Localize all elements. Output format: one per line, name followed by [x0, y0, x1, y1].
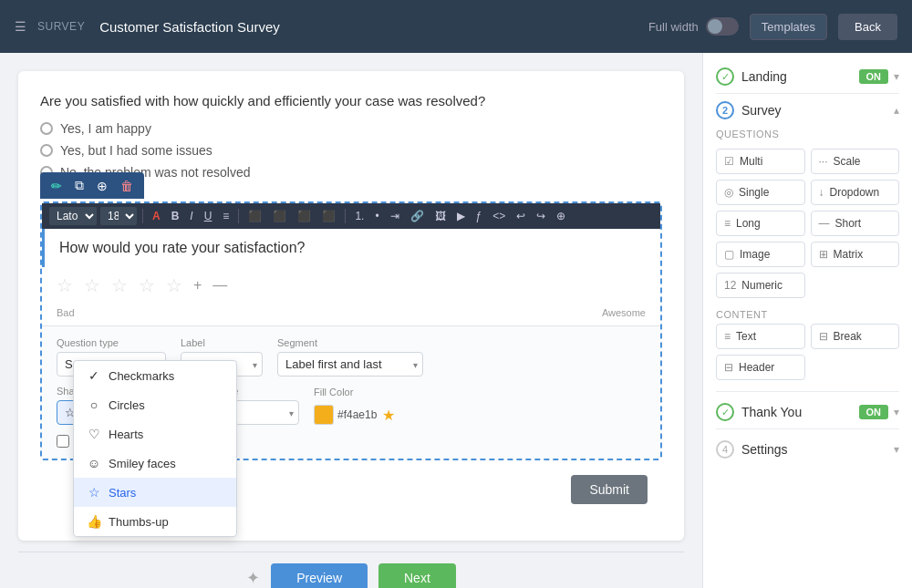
editable-question[interactable]: How would you rate your satisfaction? — [42, 229, 660, 267]
toolbar-list-btn[interactable]: ≡ — [219, 208, 233, 224]
preview-button[interactable]: Preview — [271, 563, 368, 588]
toolbar-image-btn[interactable]: 🖼 — [431, 208, 450, 224]
color-star-icon: ★ — [382, 407, 395, 424]
toolbar-ul-btn[interactable]: • — [371, 208, 382, 224]
toolbar-ol-btn[interactable]: 1. — [351, 208, 368, 224]
dropdown-item-smiley[interactable]: ☺ Smiley faces — [74, 449, 236, 478]
rp-image[interactable]: ▢ Image — [716, 242, 805, 267]
rp-short[interactable]: — Short — [811, 211, 900, 236]
rp-text[interactable]: ≡ Text — [716, 324, 805, 349]
toolbar-more-btn[interactable]: ⊕ — [553, 208, 569, 224]
survey-label: SURVEY — [37, 20, 85, 33]
toolbar-undo-btn[interactable]: ↩ — [513, 208, 529, 224]
toolbar-align-center-btn[interactable]: ⬛ — [269, 208, 290, 224]
rp-scale[interactable]: ··· Scale — [811, 149, 900, 174]
toolbar-indent-btn[interactable]: ⇥ — [387, 208, 403, 224]
next-button[interactable]: Next — [378, 563, 456, 588]
shape-dropdown: ✓ Checkmarks ○ Circles ♡ Hearts ☺ Smiley… — [73, 360, 237, 537]
skip-logic-checkbox[interactable] — [57, 435, 69, 448]
thankyou-label: Thank You — [741, 405, 802, 419]
star-remove-btn[interactable]: — — [212, 277, 227, 294]
segment-select[interactable]: Label first and last — [277, 352, 423, 377]
questions-sublabel: Questions — [703, 123, 912, 143]
toolbar-formula-btn[interactable]: ƒ — [472, 208, 486, 224]
thankyou-section: ✓ Thank You ON ▾ — [703, 396, 912, 428]
landing-chevron[interactable]: ▾ — [894, 70, 899, 83]
fullwidth-toggle[interactable] — [706, 17, 739, 36]
dropdown-item-circles[interactable]: ○ Circles — [74, 390, 236, 419]
star-add-btn[interactable]: + — [193, 277, 202, 294]
star-label-awesome: Awesome — [602, 307, 646, 318]
landing-section: ✓ Landing ON ▾ — [703, 60, 912, 93]
star-4[interactable]: ☆ — [139, 274, 155, 296]
question-type-label: Question type — [57, 337, 166, 348]
header-title: Customer Satisfaction Survey — [99, 19, 280, 35]
color-preview[interactable] — [314, 405, 334, 425]
settings-label: Settings — [741, 442, 788, 457]
edit-copy-button[interactable]: ⧉ — [71, 176, 88, 195]
star-2[interactable]: ☆ — [84, 274, 100, 296]
dropdown-item-checkmarks[interactable]: ✓ Checkmarks — [74, 361, 236, 390]
toolbar-media-btn[interactable]: ▶ — [453, 208, 469, 224]
thankyou-chevron[interactable]: ▾ — [894, 406, 899, 418]
content-sublabel: Content — [703, 304, 912, 324]
toolbar-align-justify-btn[interactable]: ⬛ — [318, 208, 339, 224]
edit-up-button[interactable]: ⊕ — [93, 177, 111, 195]
settings-number-circle: 4 — [716, 440, 734, 459]
rp-multi[interactable]: ☑ Multi — [716, 149, 805, 174]
fill-color-label: Fill Color — [314, 387, 395, 397]
survey-label: Survey — [741, 103, 782, 118]
star-5[interactable]: ☆ — [166, 274, 182, 296]
rp-header[interactable]: ⊟ Header — [716, 355, 805, 380]
edit-delete-button[interactable]: 🗑 — [117, 177, 137, 195]
landing-label: Landing — [741, 69, 787, 84]
rp-dropdown[interactable]: ↓ Dropdown — [811, 180, 900, 205]
menu-icon[interactable]: ☰ — [15, 19, 26, 34]
option-2: Yes, but I had some issues — [60, 143, 212, 158]
font-size-select[interactable]: 18 — [100, 207, 137, 225]
submit-button[interactable]: Submit — [571, 475, 648, 504]
toolbar-bold-btn[interactable]: B — [168, 208, 183, 224]
toolbar-redo-btn[interactable]: ↪ — [533, 208, 549, 224]
option-1: Yes, I am happy — [60, 121, 151, 136]
rp-break[interactable]: ⊟ Break — [811, 324, 900, 349]
templates-button[interactable]: Templates — [750, 14, 827, 40]
segment-label: Segment — [277, 337, 423, 348]
dropdown-item-stars[interactable]: ☆ Stars — [74, 478, 236, 507]
toolbar-italic-btn[interactable]: I — [186, 208, 196, 224]
toolbar-source-btn[interactable]: <> — [489, 208, 509, 224]
radio-2[interactable] — [40, 144, 53, 157]
settings-section: 4 Settings ▾ — [703, 433, 912, 466]
toolbar-align-left-btn[interactable]: ⬛ — [244, 208, 265, 224]
settings-chevron[interactable]: ▾ — [894, 443, 899, 456]
dropdown-item-thumbsup[interactable]: 👍 Thumbs-up — [74, 507, 236, 536]
survey-chevron-up[interactable]: ▴ — [894, 104, 899, 117]
star-3[interactable]: ☆ — [111, 274, 128, 296]
star-label-bad: Bad — [57, 307, 75, 318]
rp-matrix[interactable]: ⊞ Matrix — [811, 242, 900, 267]
radio-1[interactable] — [40, 122, 53, 135]
survey-number-circle: 2 — [716, 101, 734, 119]
font-family-select[interactable]: Lato — [49, 207, 97, 225]
thankyou-check-circle: ✓ — [716, 403, 734, 421]
back-button[interactable]: Back — [838, 14, 897, 40]
edit-pencil-button[interactable]: ✏ — [47, 177, 66, 195]
question-text: Are you satisfied with how quickly and e… — [40, 93, 662, 108]
toolbar-align-right-btn[interactable]: ⬛ — [294, 208, 315, 224]
fullwidth-label: Full width — [648, 20, 699, 34]
rp-single[interactable]: ◎ Single — [716, 180, 805, 205]
magic-wand-icon[interactable]: ✦ — [246, 568, 260, 588]
toolbar-link-btn[interactable]: 🔗 — [407, 208, 428, 224]
rp-numeric[interactable]: 12 Numeric — [716, 273, 805, 298]
thankyou-on-badge[interactable]: ON — [859, 405, 889, 419]
landing-check-circle: ✓ — [716, 67, 734, 86]
dropdown-item-hearts[interactable]: ♡ Hearts — [74, 419, 236, 449]
label-label: Label — [181, 337, 263, 348]
survey-section-header: 2 Survey ▴ — [703, 94, 912, 123]
star-1[interactable]: ☆ — [57, 274, 73, 296]
toolbar-color-btn[interactable]: A — [149, 208, 164, 224]
toolbar-underline-btn[interactable]: U — [201, 208, 216, 224]
rp-long[interactable]: ≡ Long — [716, 211, 805, 236]
landing-on-badge[interactable]: ON — [859, 69, 889, 84]
color-hex-value: #f4ae1b — [337, 408, 377, 421]
